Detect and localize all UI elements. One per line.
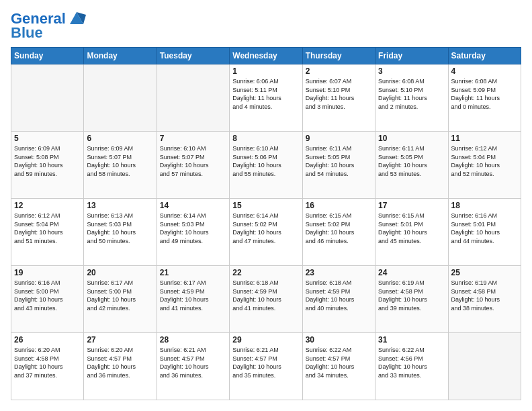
- calendar-cell: 19Sunrise: 6:16 AM Sunset: 5:00 PM Dayli…: [11, 266, 84, 333]
- week-row-4: 26Sunrise: 6:20 AM Sunset: 4:58 PM Dayli…: [11, 333, 521, 400]
- calendar-cell: 18Sunrise: 6:16 AM Sunset: 5:01 PM Dayli…: [448, 199, 521, 266]
- header: General Blue: [11, 11, 521, 42]
- calendar-cell: [84, 64, 157, 132]
- weekday-header-saturday: Saturday: [448, 48, 521, 64]
- day-number: 26: [14, 335, 81, 345]
- day-number: 16: [306, 201, 372, 210]
- day-number: 23: [306, 268, 372, 277]
- calendar-cell: 21Sunrise: 6:17 AM Sunset: 4:59 PM Dayli…: [157, 266, 229, 333]
- day-number: 28: [160, 335, 226, 345]
- day-info: Sunrise: 6:14 AM Sunset: 5:02 PM Dayligh…: [232, 212, 299, 245]
- calendar-cell: 4Sunrise: 6:08 AM Sunset: 5:09 PM Daylig…: [448, 64, 521, 132]
- day-number: 21: [160, 268, 226, 277]
- page: General Blue SundayMondayTuesdayWednesda…: [0, 0, 532, 411]
- day-number: 9: [306, 134, 372, 143]
- day-number: 25: [451, 268, 518, 277]
- day-number: 3: [378, 66, 445, 76]
- calendar-cell: 2Sunrise: 6:07 AM Sunset: 5:10 PM Daylig…: [302, 64, 375, 132]
- calendar-cell: 30Sunrise: 6:22 AM Sunset: 4:57 PM Dayli…: [302, 333, 375, 400]
- day-number: 20: [87, 268, 153, 277]
- calendar-cell: 3Sunrise: 6:08 AM Sunset: 5:10 PM Daylig…: [375, 64, 448, 132]
- week-row-2: 12Sunrise: 6:12 AM Sunset: 5:04 PM Dayli…: [11, 199, 521, 266]
- day-number: 7: [160, 134, 226, 143]
- day-number: 4: [451, 66, 518, 76]
- day-info: Sunrise: 6:12 AM Sunset: 5:04 PM Dayligh…: [451, 144, 518, 178]
- day-number: 1: [232, 66, 299, 76]
- calendar-cell: 13Sunrise: 6:13 AM Sunset: 5:03 PM Dayli…: [84, 199, 157, 266]
- logo: General Blue: [11, 11, 86, 42]
- calendar-cell: 23Sunrise: 6:18 AM Sunset: 4:59 PM Dayli…: [302, 266, 375, 333]
- weekday-header-monday: Monday: [84, 48, 157, 64]
- day-info: Sunrise: 6:17 AM Sunset: 4:59 PM Dayligh…: [160, 279, 226, 312]
- day-info: Sunrise: 6:07 AM Sunset: 5:10 PM Dayligh…: [306, 77, 372, 111]
- calendar-cell: 25Sunrise: 6:19 AM Sunset: 4:58 PM Dayli…: [448, 266, 521, 333]
- calendar-table: SundayMondayTuesdayWednesdayThursdayFrid…: [11, 47, 521, 400]
- day-info: Sunrise: 6:10 AM Sunset: 5:06 PM Dayligh…: [232, 144, 299, 178]
- calendar-cell: 28Sunrise: 6:21 AM Sunset: 4:57 PM Dayli…: [157, 333, 229, 400]
- day-number: 30: [306, 335, 372, 345]
- day-info: Sunrise: 6:19 AM Sunset: 4:58 PM Dayligh…: [378, 279, 445, 312]
- calendar-cell: 14Sunrise: 6:14 AM Sunset: 5:03 PM Dayli…: [157, 199, 229, 266]
- day-number: 6: [87, 134, 153, 143]
- calendar-cell: 29Sunrise: 6:21 AM Sunset: 4:57 PM Dayli…: [230, 333, 302, 400]
- week-row-1: 5Sunrise: 6:09 AM Sunset: 5:08 PM Daylig…: [11, 132, 521, 199]
- calendar-cell: 16Sunrise: 6:15 AM Sunset: 5:02 PM Dayli…: [302, 199, 375, 266]
- day-info: Sunrise: 6:17 AM Sunset: 5:00 PM Dayligh…: [87, 279, 153, 312]
- calendar-cell: 20Sunrise: 6:17 AM Sunset: 5:00 PM Dayli…: [84, 266, 157, 333]
- calendar-cell: 12Sunrise: 6:12 AM Sunset: 5:04 PM Dayli…: [11, 199, 84, 266]
- day-number: 24: [378, 268, 445, 277]
- calendar-cell: [11, 64, 84, 132]
- logo-icon: [67, 8, 86, 27]
- calendar-cell: 5Sunrise: 6:09 AM Sunset: 5:08 PM Daylig…: [11, 132, 84, 199]
- calendar-cell: 6Sunrise: 6:09 AM Sunset: 5:07 PM Daylig…: [84, 132, 157, 199]
- day-number: 14: [160, 201, 226, 210]
- weekday-header-thursday: Thursday: [302, 48, 375, 64]
- calendar-cell: 10Sunrise: 6:11 AM Sunset: 5:05 PM Dayli…: [375, 132, 448, 199]
- day-info: Sunrise: 6:16 AM Sunset: 5:01 PM Dayligh…: [451, 212, 518, 245]
- day-number: 8: [232, 134, 299, 143]
- day-number: 11: [451, 134, 518, 143]
- day-info: Sunrise: 6:11 AM Sunset: 5:05 PM Dayligh…: [306, 144, 372, 178]
- day-info: Sunrise: 6:13 AM Sunset: 5:03 PM Dayligh…: [87, 212, 153, 245]
- day-number: 29: [232, 335, 299, 345]
- calendar-cell: [157, 64, 229, 132]
- day-number: 31: [378, 335, 445, 345]
- day-number: 15: [232, 201, 299, 210]
- week-row-0: 1Sunrise: 6:06 AM Sunset: 5:11 PM Daylig…: [11, 64, 521, 132]
- calendar-cell: 31Sunrise: 6:22 AM Sunset: 4:56 PM Dayli…: [375, 333, 448, 400]
- calendar-cell: 11Sunrise: 6:12 AM Sunset: 5:04 PM Dayli…: [448, 132, 521, 199]
- day-info: Sunrise: 6:15 AM Sunset: 5:01 PM Dayligh…: [378, 212, 445, 245]
- weekday-header-row: SundayMondayTuesdayWednesdayThursdayFrid…: [11, 48, 521, 64]
- weekday-header-sunday: Sunday: [11, 48, 84, 64]
- day-info: Sunrise: 6:10 AM Sunset: 5:07 PM Dayligh…: [160, 144, 226, 178]
- day-info: Sunrise: 6:12 AM Sunset: 5:04 PM Dayligh…: [14, 212, 81, 245]
- week-row-3: 19Sunrise: 6:16 AM Sunset: 5:00 PM Dayli…: [11, 266, 521, 333]
- weekday-header-wednesday: Wednesday: [230, 48, 302, 64]
- calendar-cell: 27Sunrise: 6:20 AM Sunset: 4:57 PM Dayli…: [84, 333, 157, 400]
- day-info: Sunrise: 6:16 AM Sunset: 5:00 PM Dayligh…: [14, 279, 81, 312]
- day-info: Sunrise: 6:11 AM Sunset: 5:05 PM Dayligh…: [378, 144, 445, 178]
- day-info: Sunrise: 6:20 AM Sunset: 4:57 PM Dayligh…: [87, 346, 153, 379]
- day-info: Sunrise: 6:22 AM Sunset: 4:57 PM Dayligh…: [306, 346, 372, 379]
- day-number: 19: [14, 268, 81, 277]
- day-number: 27: [87, 335, 153, 345]
- day-info: Sunrise: 6:08 AM Sunset: 5:10 PM Dayligh…: [378, 77, 445, 111]
- day-number: 10: [378, 134, 445, 143]
- calendar-cell: 15Sunrise: 6:14 AM Sunset: 5:02 PM Dayli…: [230, 199, 302, 266]
- day-info: Sunrise: 6:09 AM Sunset: 5:07 PM Dayligh…: [87, 144, 153, 178]
- calendar-cell: 24Sunrise: 6:19 AM Sunset: 4:58 PM Dayli…: [375, 266, 448, 333]
- day-info: Sunrise: 6:20 AM Sunset: 4:58 PM Dayligh…: [14, 346, 81, 379]
- day-number: 13: [87, 201, 153, 210]
- day-info: Sunrise: 6:22 AM Sunset: 4:56 PM Dayligh…: [378, 346, 445, 379]
- day-info: Sunrise: 6:18 AM Sunset: 4:59 PM Dayligh…: [306, 279, 372, 312]
- day-info: Sunrise: 6:18 AM Sunset: 4:59 PM Dayligh…: [232, 279, 299, 312]
- day-info: Sunrise: 6:08 AM Sunset: 5:09 PM Dayligh…: [451, 77, 518, 111]
- weekday-header-tuesday: Tuesday: [157, 48, 229, 64]
- day-number: 12: [14, 201, 81, 210]
- day-info: Sunrise: 6:14 AM Sunset: 5:03 PM Dayligh…: [160, 212, 226, 245]
- day-info: Sunrise: 6:15 AM Sunset: 5:02 PM Dayligh…: [306, 212, 372, 245]
- calendar-cell: 1Sunrise: 6:06 AM Sunset: 5:11 PM Daylig…: [230, 64, 302, 132]
- calendar-cell: 22Sunrise: 6:18 AM Sunset: 4:59 PM Dayli…: [230, 266, 302, 333]
- calendar-cell: [448, 333, 521, 400]
- day-info: Sunrise: 6:06 AM Sunset: 5:11 PM Dayligh…: [232, 77, 299, 111]
